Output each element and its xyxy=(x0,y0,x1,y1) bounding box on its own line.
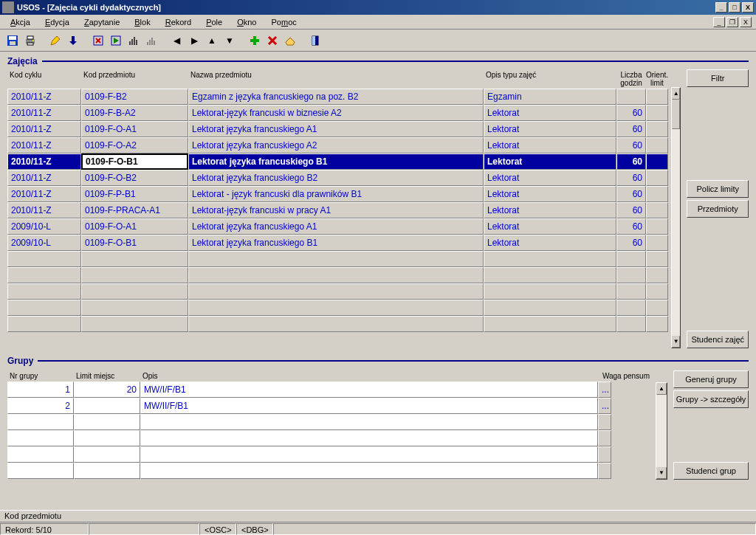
mdi-close-button[interactable]: X xyxy=(740,17,752,27)
close-button[interactable]: X xyxy=(742,2,754,13)
minimize-button[interactable]: _ xyxy=(715,2,727,13)
cell-limit[interactable] xyxy=(646,170,668,186)
menu-blok[interactable]: Blok xyxy=(127,16,157,28)
cell-godzin[interactable]: 60 xyxy=(616,137,646,153)
table-row[interactable]: 2MW/II/F/B1... xyxy=(7,398,653,414)
menu-akcja[interactable]: Akcja xyxy=(3,16,38,28)
table-row[interactable]: 2010/11-Z0109-F-PRACA-A1Lektorat-język f… xyxy=(7,202,668,218)
mdi-minimize-button[interactable]: _ xyxy=(713,17,725,27)
ellipsis-button[interactable]: ... xyxy=(598,430,611,446)
table-row[interactable] xyxy=(7,283,668,300)
menu-zapytanie[interactable]: Zapytanie xyxy=(77,16,127,28)
cell-nazwa[interactable]: Lektorat języka francuskiego B1 xyxy=(188,235,484,251)
cell-kod_przedmiotu[interactable] xyxy=(81,251,188,267)
cell-limit[interactable] xyxy=(646,218,668,235)
cell-kod_przedmiotu[interactable] xyxy=(81,267,188,283)
cell-kod_przedmiotu[interactable]: 0109-F-O-B1 xyxy=(81,235,188,251)
cell-opis[interactable]: Lektorat xyxy=(484,186,616,202)
cell-opis[interactable] xyxy=(140,446,598,463)
filtr-button[interactable]: Filtr xyxy=(687,69,749,87)
cell-nr[interactable] xyxy=(7,446,74,463)
cell-nazwa[interactable] xyxy=(188,267,484,283)
cell-nr[interactable] xyxy=(7,463,74,479)
cell-opis[interactable]: Lektorat xyxy=(484,153,616,170)
table-row[interactable] xyxy=(7,251,668,267)
cell-kod_cyklu[interactable]: 2010/11-Z xyxy=(7,186,81,202)
cell-opis[interactable]: MW/I/F/B1 xyxy=(140,382,598,398)
policz-limity-button[interactable]: Policz limity xyxy=(687,180,749,198)
scroll-up-icon[interactable]: ▲ xyxy=(672,88,680,100)
ellipsis-button[interactable]: ... xyxy=(598,463,611,479)
cell-nazwa[interactable]: Lektorat - język francuski dla prawników… xyxy=(188,186,484,202)
generuj-grupy-button[interactable]: Generuj grupy xyxy=(673,370,749,388)
cell-limit[interactable] xyxy=(646,186,668,202)
cell-limit[interactable]: 20 xyxy=(74,382,140,398)
ellipsis-button[interactable]: ... xyxy=(598,446,611,463)
cell-opis[interactable]: Egzamin xyxy=(484,89,616,105)
grupy-szczegoly-button[interactable]: Grupy -> szczegóły xyxy=(673,390,749,408)
next-block-icon[interactable]: ▼ xyxy=(221,32,238,49)
download-icon[interactable] xyxy=(65,32,81,49)
cell-opis[interactable] xyxy=(484,251,616,267)
table-row[interactable]: 2010/11-Z0109-F-O-B1Lektorat języka fran… xyxy=(7,153,668,170)
cell-godzin[interactable] xyxy=(616,316,646,332)
cell-nr[interactable] xyxy=(7,430,74,446)
save-icon[interactable] xyxy=(4,32,21,49)
cell-nr[interactable]: 1 xyxy=(7,382,74,398)
cell-kod_cyklu[interactable]: 2010/11-Z xyxy=(7,153,81,170)
ellipsis-button[interactable]: ... xyxy=(598,414,611,430)
cell-godzin[interactable] xyxy=(616,89,646,105)
cell-godzin[interactable]: 60 xyxy=(616,218,646,235)
cell-limit[interactable] xyxy=(646,300,668,316)
cell-limit[interactable] xyxy=(646,235,668,251)
cell-kod_cyklu[interactable] xyxy=(7,251,81,267)
cell-kod_cyklu[interactable]: 2010/11-Z xyxy=(7,121,81,137)
cell-limit[interactable] xyxy=(646,283,668,300)
scroll-up-icon[interactable]: ▲ xyxy=(656,383,667,395)
next-record-icon[interactable]: ▶ xyxy=(186,32,202,49)
cell-opis[interactable] xyxy=(140,463,598,479)
cell-kod_przedmiotu[interactable] xyxy=(81,300,188,316)
cell-nazwa[interactable] xyxy=(188,316,484,332)
menu-pomoc[interactable]: Pomoc xyxy=(264,16,304,28)
table-row[interactable]: 2010/11-Z0109-F-P-B1Lektorat - język fra… xyxy=(7,186,668,202)
cell-nazwa[interactable] xyxy=(188,251,484,267)
cell-opis[interactable]: Lektorat xyxy=(484,170,616,186)
cell-opis[interactable] xyxy=(484,300,616,316)
cell-kod_cyklu[interactable] xyxy=(7,283,81,300)
cell-kod_cyklu[interactable]: 2010/11-Z xyxy=(7,137,81,153)
query-execute-icon[interactable] xyxy=(108,32,124,49)
table-row[interactable]: ... xyxy=(7,463,653,479)
cell-kod_cyklu[interactable]: 2009/10-L xyxy=(7,218,81,235)
cell-kod_cyklu[interactable] xyxy=(7,316,81,332)
cell-limit[interactable] xyxy=(74,398,140,414)
cell-limit[interactable] xyxy=(646,251,668,267)
prev-record-icon[interactable]: ◀ xyxy=(168,32,185,49)
table-row[interactable] xyxy=(7,300,668,316)
przedmioty-button[interactable]: Przedmioty xyxy=(687,200,749,218)
cell-kod_cyklu[interactable]: 2010/11-Z xyxy=(7,202,81,218)
ellipsis-button[interactable]: ... xyxy=(598,382,611,398)
cell-opis[interactable] xyxy=(484,316,616,332)
cell-kod_przedmiotu[interactable]: 0109-F-O-A1 xyxy=(81,218,188,235)
table-row[interactable]: ... xyxy=(7,414,653,430)
cell-limit[interactable] xyxy=(74,430,140,446)
cell-nazwa[interactable]: Lektorat języka francuskiego A1 xyxy=(188,218,484,235)
cell-godzin[interactable]: 60 xyxy=(616,153,646,170)
menu-edycja[interactable]: Edycja xyxy=(38,16,77,28)
cell-nazwa[interactable]: Egzamin z języka francuskiego na poz. B2 xyxy=(188,89,484,105)
table-row[interactable] xyxy=(7,267,668,283)
cell-limit[interactable] xyxy=(74,414,140,430)
menu-rekord[interactable]: Rekord xyxy=(158,16,199,28)
chart-icon[interactable] xyxy=(126,32,142,49)
cell-opis[interactable]: Lektorat xyxy=(484,218,616,235)
cell-godzin[interactable]: 60 xyxy=(616,121,646,137)
cell-godzin[interactable]: 60 xyxy=(616,186,646,202)
table-row[interactable]: 2010/11-Z0109-F-B-A2Lektorat-język franc… xyxy=(7,105,668,121)
cell-kod_cyklu[interactable] xyxy=(7,267,81,283)
cell-godzin[interactable]: 60 xyxy=(616,170,646,186)
cell-nazwa[interactable]: Lektorat-język francuski w pracy A1 xyxy=(188,202,484,218)
cell-godzin[interactable]: 60 xyxy=(616,235,646,251)
cell-godzin[interactable]: 60 xyxy=(616,202,646,218)
ellipsis-button[interactable]: ... xyxy=(598,398,611,414)
